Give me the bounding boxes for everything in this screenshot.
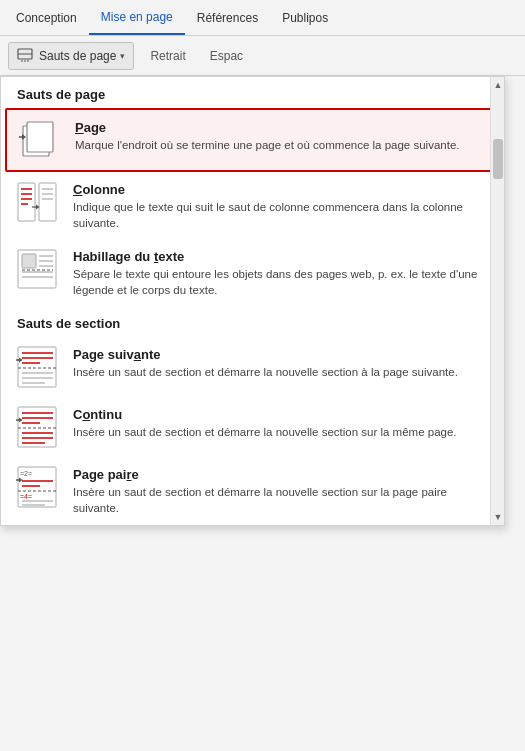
- ribbon: Sauts de page ▾ Retrait Espac: [0, 36, 525, 76]
- continu-entry-title: Continu: [73, 407, 457, 422]
- sauts-de-page-button[interactable]: Sauts de page ▾: [8, 42, 134, 70]
- colonne-entry-content: Colonne Indique que le texte qui suit le…: [73, 180, 492, 231]
- page-entry-content: Page Marque l'endroit où se termine une …: [75, 118, 460, 153]
- scroll-down-arrow[interactable]: ▼: [491, 509, 505, 525]
- page-entry-desc: Marque l'endroit où se termine une page …: [75, 137, 460, 153]
- section-sauts-de-section-header: Sauts de section: [1, 306, 504, 337]
- page-paire-entry-content: Page paire Insère un saut de section et …: [73, 465, 492, 516]
- scroll-up-arrow[interactable]: ▲: [491, 77, 505, 93]
- page-entry-title: Page: [75, 120, 460, 135]
- page-suivante-icon: [13, 345, 61, 389]
- menu-conception[interactable]: Conception: [4, 0, 89, 35]
- sauts-btn-label: Sauts de page: [39, 49, 116, 63]
- retrait-label: Retrait: [142, 49, 193, 63]
- page-paire-entry-desc: Insère un saut de section et démarre la …: [73, 484, 492, 516]
- page-suivante-entry-content: Page suivante Insère un saut de section …: [73, 345, 458, 380]
- continu-icon: [13, 405, 61, 449]
- colonne-entry-desc: Indique que le texte qui suit le saut de…: [73, 199, 492, 231]
- svg-rect-4: [27, 122, 53, 152]
- colonne-icon: [13, 180, 61, 224]
- menu-mise-en-page[interactable]: Mise en page: [89, 0, 185, 35]
- page-suivante-entry-title: Page suivante: [73, 347, 458, 362]
- scrollbar[interactable]: ▲ ▼: [490, 77, 504, 525]
- habillage-icon: [13, 247, 61, 291]
- entry-page-suivante[interactable]: Page suivante Insère un saut de section …: [1, 337, 504, 397]
- sauts-dropdown-panel: Sauts de page Page Marque l'endroit où s…: [0, 76, 505, 526]
- habillage-entry-content: Habillage du texte Sépare le texte qui e…: [73, 247, 492, 298]
- svg-text:=2=: =2=: [20, 470, 32, 477]
- colonne-entry-title: Colonne: [73, 182, 492, 197]
- page-icon: [15, 118, 63, 162]
- entry-continu[interactable]: Continu Insère un saut de section et dém…: [1, 397, 504, 457]
- menu-bar: Conception Mise en page Références Publi…: [0, 0, 525, 36]
- dropdown-arrow-icon: ▾: [120, 51, 125, 61]
- habillage-entry-title: Habillage du texte: [73, 249, 492, 264]
- page-paire-icon: =2= =4=: [13, 465, 61, 509]
- svg-text:=4=: =4=: [20, 493, 32, 500]
- habillage-entry-desc: Sépare le texte qui entoure les objets d…: [73, 266, 492, 298]
- menu-publipos[interactable]: Publipos: [270, 0, 340, 35]
- svg-rect-19: [22, 254, 36, 268]
- menu-references[interactable]: Références: [185, 0, 270, 35]
- entry-page-paire[interactable]: =2= =4= Page paire Insère un saut de sec…: [1, 457, 504, 524]
- entry-page[interactable]: Page Marque l'endroit où se termine une …: [5, 108, 500, 172]
- page-suivante-entry-desc: Insère un saut de section et démarre la …: [73, 364, 458, 380]
- scrollbar-thumb[interactable]: [493, 139, 503, 179]
- continu-entry-desc: Insère un saut de section et démarre la …: [73, 424, 457, 440]
- page-paire-entry-title: Page paire: [73, 467, 492, 482]
- continu-entry-content: Continu Insère un saut de section et dém…: [73, 405, 457, 440]
- sauts-icon: [17, 48, 35, 64]
- section-sauts-de-page-header: Sauts de page: [1, 77, 504, 108]
- entry-habillage[interactable]: Habillage du texte Sépare le texte qui e…: [1, 239, 504, 306]
- espac-label: Espac: [202, 49, 251, 63]
- entry-colonne[interactable]: Colonne Indique que le texte qui suit le…: [1, 172, 504, 239]
